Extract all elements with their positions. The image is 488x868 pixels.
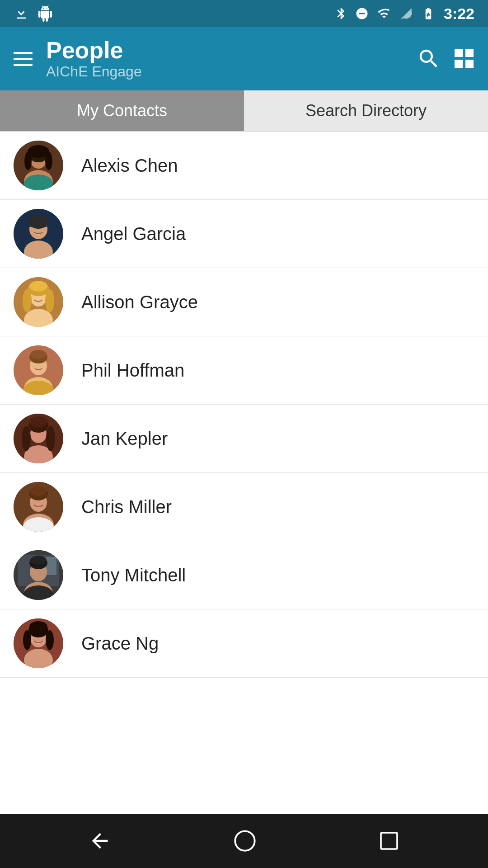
header-left: People AIChE Engage [14, 38, 142, 80]
header-right [417, 47, 474, 71]
svg-point-45 [30, 556, 47, 565]
svg-point-31 [29, 416, 47, 427]
status-bar: 3:22 [0, 0, 488, 27]
avatar-angel-garcia [14, 209, 63, 259]
status-bar-left [14, 5, 53, 22]
contact-item-phil-hoffman[interactable]: Phil Hoffman [0, 336, 488, 405]
status-bar-right: 3:22 [334, 5, 474, 23]
minus-circle-icon [355, 7, 369, 20]
tab-search-directory[interactable]: Search Directory [244, 90, 488, 131]
contact-name-allison-grayce: Allison Grayce [81, 292, 198, 312]
svg-point-17 [45, 289, 54, 312]
back-button[interactable] [88, 829, 112, 853]
page-subtitle: AIChE Engage [46, 63, 142, 80]
download-icon [14, 6, 29, 21]
header-title-block: People AIChE Engage [46, 38, 142, 80]
contact-name-grace-ng: Grace Ng [81, 633, 159, 654]
wifi-icon [376, 7, 392, 20]
home-button[interactable] [233, 829, 257, 853]
search-icon[interactable] [417, 47, 441, 71]
signal-off-icon [399, 7, 413, 20]
svg-point-24 [30, 350, 47, 359]
svg-point-6 [45, 152, 52, 170]
nav-bar [0, 814, 488, 868]
contact-item-chris-miller[interactable]: Chris Miller [0, 473, 488, 541]
recent-apps-button[interactable] [378, 830, 400, 852]
svg-point-29 [22, 426, 31, 451]
avatar-jan-kepler [14, 414, 63, 463]
svg-point-52 [29, 621, 47, 632]
avatar-tony-mitchell [14, 550, 63, 600]
contact-item-tony-mitchell[interactable]: Tony Mitchell [0, 541, 488, 609]
svg-point-30 [46, 426, 55, 451]
battery-icon [420, 7, 436, 20]
bluetooth-icon [334, 7, 348, 20]
svg-point-18 [29, 281, 47, 292]
tab-bar: My Contacts Search Directory [0, 90, 488, 132]
svg-point-53 [235, 831, 254, 850]
avatar-grace-ng [14, 618, 63, 668]
contact-item-jan-kepler[interactable]: Jan Kepler [0, 405, 488, 473]
contact-item-grace-ng[interactable]: Grace Ng [0, 609, 488, 678]
page-title: People [46, 38, 142, 63]
contact-name-phil-hoffman: Phil Hoffman [81, 360, 184, 381]
avatar-chris-miller [14, 482, 63, 532]
app-header: People AIChE Engage [0, 27, 488, 90]
status-time: 3:22 [444, 5, 474, 23]
svg-rect-54 [381, 833, 397, 849]
svg-point-16 [23, 289, 32, 312]
avatar-allison-grayce [14, 277, 63, 327]
avatar-phil-hoffman [14, 345, 63, 395]
contact-name-jan-kepler: Jan Kepler [81, 429, 168, 449]
contact-name-chris-miller: Chris Miller [81, 497, 172, 517]
contact-item-allison-grayce[interactable]: Allison Grayce [0, 268, 488, 336]
contact-name-tony-mitchell: Tony Mitchell [81, 565, 186, 585]
svg-point-50 [23, 630, 31, 650]
contact-item-alexis-chen[interactable]: Alexis Chen [0, 132, 488, 200]
svg-point-51 [46, 630, 54, 650]
menu-button[interactable] [14, 52, 33, 66]
tab-my-contacts[interactable]: My Contacts [0, 90, 244, 131]
contact-name-alexis-chen: Alexis Chen [81, 156, 178, 176]
contact-list: Alexis Chen Angel Garcia [0, 132, 488, 814]
contact-item-angel-garcia[interactable]: Angel Garcia [0, 200, 488, 268]
grid-view-icon[interactable] [455, 49, 474, 69]
svg-point-36 [30, 486, 47, 496]
svg-point-5 [24, 152, 32, 170]
android-icon [37, 5, 53, 22]
avatar-alexis-chen [14, 141, 63, 190]
contact-name-angel-garcia: Angel Garcia [81, 224, 186, 244]
